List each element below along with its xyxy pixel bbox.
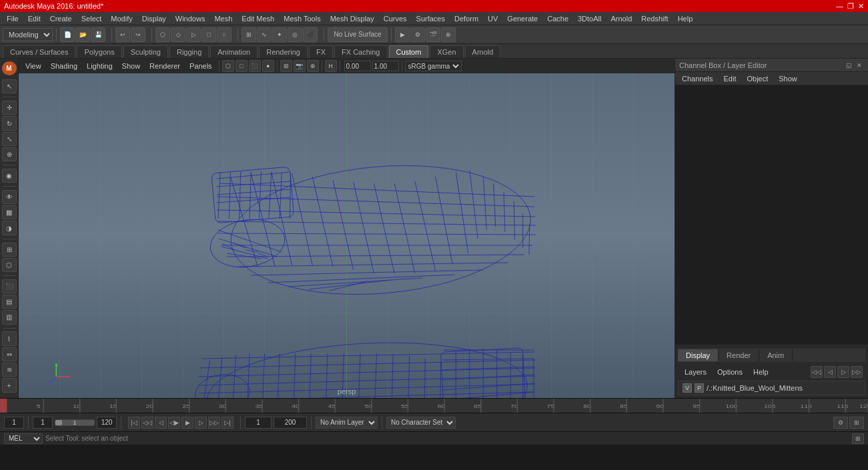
vp-menu-panels[interactable]: Panels — [185, 61, 216, 71]
sel-btn-4[interactable]: □ — [201, 27, 216, 42]
menu-mesh[interactable]: Mesh — [210, 13, 236, 24]
show-hide-icon[interactable]: 👁 — [2, 190, 17, 204]
render-btn-4[interactable]: ⊕ — [441, 27, 456, 42]
right-panel-close-btn[interactable]: ✕ — [855, 61, 864, 70]
layer-nav-last[interactable]: ▷▷ — [851, 366, 863, 378]
tab-xgen[interactable]: XGen — [430, 45, 463, 58]
display-icon[interactable]: ▦ — [2, 205, 17, 219]
vp-btn-cam[interactable]: 📷 — [294, 60, 306, 72]
render-btn-1[interactable]: ▶ — [395, 27, 410, 42]
undo-btn[interactable]: ↩ — [115, 27, 130, 42]
script-mode-dropdown[interactable]: MEL Python — [4, 433, 43, 444]
menu-surfaces[interactable]: Surfaces — [412, 13, 449, 24]
range-end-input[interactable] — [97, 417, 117, 429]
rp-menu-show[interactable]: Show — [775, 73, 801, 84]
menu-arnold[interactable]: Arnold — [606, 13, 636, 24]
smooth-icon[interactable]: ≋ — [2, 363, 17, 377]
fps-input[interactable] — [274, 417, 307, 429]
menu-windows[interactable]: Windows — [171, 13, 209, 24]
poly-icon[interactable]: ⬡ — [2, 258, 17, 272]
vp-btn-hud[interactable]: H — [325, 60, 337, 72]
menu-display[interactable]: Display — [138, 13, 170, 24]
rp-tab-render[interactable]: Render — [719, 349, 759, 361]
rp-tab-anim[interactable]: Anim — [759, 349, 793, 361]
menu-deform[interactable]: Deform — [450, 13, 482, 24]
tab-arnold[interactable]: Arnold — [465, 45, 501, 58]
layer-menu-options[interactable]: Options — [713, 367, 747, 377]
grid-icon[interactable]: ⊞ — [2, 243, 17, 257]
bottom-sidebar-icon[interactable]: + — [2, 378, 17, 395]
universal-tool-icon[interactable]: ⊕ — [2, 147, 17, 161]
menu-file[interactable]: File — [3, 13, 23, 24]
snap-curve[interactable]: ∿ — [257, 27, 272, 42]
transport-end[interactable]: ▷| — [222, 417, 234, 429]
vp-menu-renderer[interactable]: Renderer — [145, 61, 184, 71]
vp-btn-light[interactable]: ● — [262, 60, 274, 72]
tab-fx[interactable]: FX — [309, 45, 333, 58]
menu-create[interactable]: Create — [46, 13, 76, 24]
open-btn[interactable]: 📂 — [75, 27, 90, 42]
close-btn[interactable]: ✕ — [858, 2, 864, 11]
menu-mesh-display[interactable]: Mesh Display — [326, 13, 378, 24]
sel-btn-2[interactable]: ◇ — [171, 27, 185, 42]
sel-btn-5[interactable]: ○ — [217, 27, 232, 42]
menu-redshift[interactable]: Redshift — [637, 13, 672, 24]
status-extra-btn[interactable]: ⊞ — [852, 433, 864, 444]
tab-rendering[interactable]: Rendering — [259, 45, 308, 58]
vp-btn-smooth[interactable]: □ — [236, 60, 248, 72]
color-space-dropdown[interactable]: sRGB gamma — [405, 61, 462, 71]
vp-menu-view[interactable]: View — [21, 61, 45, 71]
tool-icon-2[interactable]: ▤ — [2, 295, 17, 309]
crease-icon[interactable]: ⌇ — [2, 331, 17, 345]
transport-prev[interactable]: ◁ — [155, 417, 167, 429]
menu-generate[interactable]: Generate — [503, 13, 542, 24]
right-panel-float-btn[interactable]: ◱ — [844, 61, 853, 70]
vp-btn-grid[interactable]: ⊞ — [280, 60, 292, 72]
rp-menu-edit[interactable]: Edit — [719, 73, 740, 84]
sel-btn-3[interactable]: ▷ — [186, 27, 201, 42]
current-frame-input[interactable] — [4, 417, 24, 429]
mirror-icon[interactable]: ⇔ — [2, 347, 17, 361]
layer-row[interactable]: V P /.:Knitted_Blue_Wool_Mittens — [678, 381, 865, 395]
mode-dropdown[interactable]: Modeling — [3, 28, 53, 41]
tab-sculpting[interactable]: Sculpting — [123, 45, 168, 58]
tab-animation[interactable]: Animation — [210, 45, 258, 58]
tool-icon-3[interactable]: ▥ — [2, 310, 17, 324]
bottom-settings-btn[interactable]: ⚙ — [833, 417, 848, 429]
snap-poly[interactable]: ⬛ — [303, 27, 318, 42]
menu-mesh-tools[interactable]: Mesh Tools — [280, 13, 324, 24]
menu-edit[interactable]: Edit — [24, 13, 45, 24]
live-surface-btn[interactable]: No Live Surface — [328, 27, 388, 42]
extra-icon[interactable]: + — [2, 378, 17, 393]
menu-modify[interactable]: Modify — [107, 13, 136, 24]
minimize-btn[interactable]: — — [836, 2, 843, 11]
vp-near-clip[interactable] — [344, 61, 371, 71]
select-tool-icon[interactable]: ↖ — [2, 79, 17, 93]
layer-playback-toggle[interactable]: P — [695, 383, 704, 393]
timeline-area[interactable]: 5 10 15 20 25 30 35 40 45 50 55 60 65 70… — [0, 398, 868, 413]
range-start-input[interactable] — [33, 417, 53, 429]
playback-range-bar[interactable]: 1 — [55, 419, 95, 426]
vp-menu-shading[interactable]: Shading — [47, 61, 81, 71]
tab-curves-surfaces[interactable]: Curves / Surfaces — [3, 45, 75, 58]
snap-view[interactable]: ◎ — [288, 27, 302, 42]
tab-polygons[interactable]: Polygons — [77, 45, 121, 58]
vp-menu-lighting[interactable]: Lighting — [83, 61, 117, 71]
anim-layer-dropdown[interactable]: No Anim Layer — [316, 417, 378, 429]
layer-menu-help[interactable]: Help — [749, 367, 773, 377]
transport-next-key[interactable]: ▷▷ — [208, 417, 220, 429]
layer-nav-prev[interactable]: ◁ — [824, 366, 836, 378]
snap-point[interactable]: ✦ — [272, 27, 287, 42]
end-frame-input[interactable] — [245, 417, 272, 429]
layer-nav-first[interactable]: ◁◁ — [811, 366, 823, 378]
vp-btn-extra[interactable]: ⊕ — [307, 60, 319, 72]
menu-curves[interactable]: Curves — [380, 13, 411, 24]
save-btn[interactable]: 💾 — [91, 27, 105, 42]
menu-edit-mesh[interactable]: Edit Mesh — [238, 13, 278, 24]
menu-cache[interactable]: Cache — [543, 13, 572, 24]
char-set-dropdown[interactable]: No Character Set — [386, 417, 456, 429]
vp-btn-smooth2[interactable]: ⬛ — [249, 60, 261, 72]
vp-btn-wireframe[interactable]: ⬡ — [222, 60, 234, 72]
render-btn-3[interactable]: 🎬 — [426, 27, 440, 42]
sel-btn-1[interactable]: ⬡ — [155, 27, 170, 42]
